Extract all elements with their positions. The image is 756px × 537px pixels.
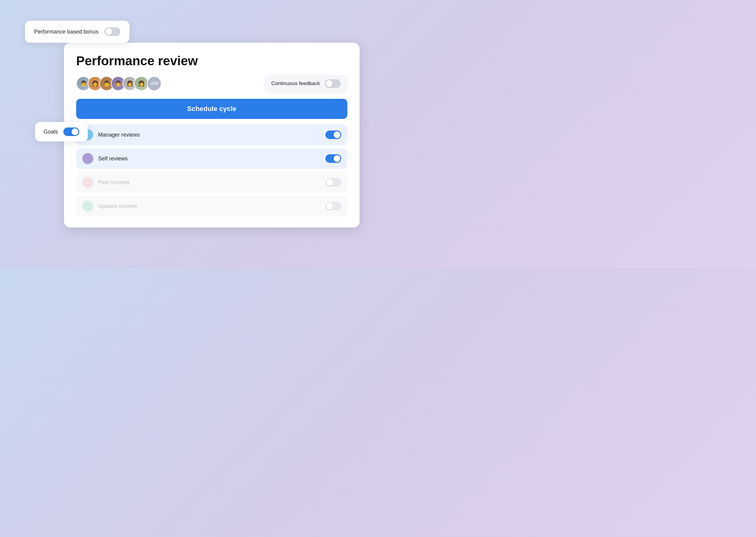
main-card: Performance review 👨 👩 👨 👨 👩 👩 +572 xyxy=(64,43,359,227)
self-reviews-item: Self reviews xyxy=(76,148,347,169)
avatar-6-face: 👩 xyxy=(135,77,148,90)
avatar-count: +572 xyxy=(147,76,162,91)
avatar-6: 👩 xyxy=(134,76,149,91)
page-title: Performance review xyxy=(76,54,347,68)
upward-reviews-toggle-knob xyxy=(326,203,333,210)
upward-reviews-item: Upward reviews xyxy=(76,196,347,217)
schedule-cycle-button[interactable]: Schedule cycle xyxy=(76,99,347,119)
manager-reviews-toggle[interactable] xyxy=(325,131,341,139)
self-reviews-dot xyxy=(82,153,93,164)
bonus-toggle-knob xyxy=(105,28,112,35)
self-reviews-left: Self reviews xyxy=(82,153,128,164)
upward-reviews-toggle[interactable] xyxy=(325,202,341,210)
self-reviews-toggle-knob xyxy=(334,155,340,162)
goals-card: Goals xyxy=(35,122,88,142)
upward-reviews-dot xyxy=(82,201,93,212)
bonus-card-label: Performance based bonus xyxy=(34,29,98,35)
continuous-feedback-label: Continuous feedback xyxy=(271,80,320,87)
continuous-feedback-card: Continuous feedback xyxy=(264,75,347,92)
upward-reviews-label: Upward reviews xyxy=(98,203,137,210)
manager-reviews-toggle-knob xyxy=(334,131,340,138)
peer-reviews-dot xyxy=(82,177,93,188)
goals-toggle[interactable] xyxy=(63,127,79,136)
manager-reviews-left: Manager reviews xyxy=(82,129,140,140)
peer-reviews-item: Peer reviews xyxy=(76,172,347,193)
peer-reviews-toggle[interactable] xyxy=(325,178,341,186)
goals-card-label: Goals xyxy=(44,129,58,135)
continuous-feedback-toggle[interactable] xyxy=(325,79,341,88)
top-row: 👨 👩 👨 👨 👩 👩 +572 Continuous feedback xyxy=(76,75,347,92)
manager-reviews-label: Manager reviews xyxy=(98,132,140,138)
peer-reviews-toggle-knob xyxy=(326,179,333,186)
bonus-card: Performance based bonus xyxy=(25,21,130,43)
peer-reviews-left: Peer reviews xyxy=(82,177,130,188)
self-reviews-label: Self reviews xyxy=(98,155,128,162)
continuous-feedback-toggle-knob xyxy=(326,80,332,87)
avatars-row: 👨 👩 👨 👨 👩 👩 +572 xyxy=(76,76,162,91)
manager-reviews-item: Manager reviews xyxy=(76,124,347,145)
upward-reviews-left: Upward reviews xyxy=(82,201,137,212)
self-reviews-toggle[interactable] xyxy=(325,154,341,163)
review-list: Manager reviews Self reviews Peer review… xyxy=(76,124,347,217)
peer-reviews-label: Peer reviews xyxy=(98,179,130,186)
goals-toggle-knob xyxy=(72,128,78,135)
bonus-toggle[interactable] xyxy=(104,27,120,36)
